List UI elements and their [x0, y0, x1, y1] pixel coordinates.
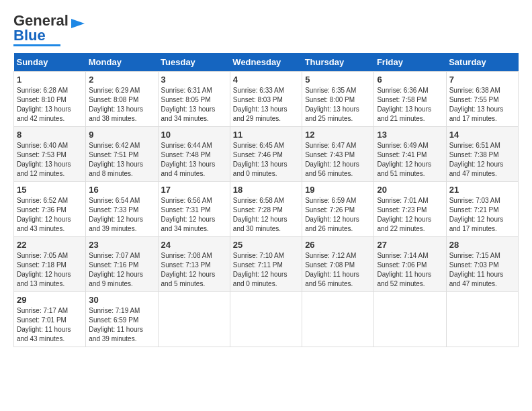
day-info: Sunrise: 7:14 AM Sunset: 7:06 PM Dayligh…: [377, 251, 443, 289]
column-header-saturday: Saturday: [446, 53, 518, 72]
day-cell: 17Sunrise: 6:56 AM Sunset: 7:31 PM Dayli…: [158, 182, 230, 237]
day-cell: 12Sunrise: 6:47 AM Sunset: 7:43 PM Dayli…: [302, 127, 374, 182]
svg-marker-0: [71, 19, 85, 28]
day-number: 3: [161, 75, 227, 85]
day-info: Sunrise: 6:45 AM Sunset: 7:46 PM Dayligh…: [233, 141, 299, 179]
day-cell: 10Sunrise: 6:44 AM Sunset: 7:48 PM Dayli…: [158, 127, 230, 182]
day-info: Sunrise: 7:03 AM Sunset: 7:21 PM Dayligh…: [449, 196, 515, 234]
day-info: Sunrise: 7:10 AM Sunset: 7:11 PM Dayligh…: [233, 251, 299, 289]
day-info: Sunrise: 6:44 AM Sunset: 7:48 PM Dayligh…: [161, 141, 227, 179]
day-number: 9: [89, 130, 154, 140]
day-info: Sunrise: 6:40 AM Sunset: 7:53 PM Dayligh…: [17, 141, 83, 179]
day-cell: 16Sunrise: 6:54 AM Sunset: 7:33 PM Dayli…: [86, 182, 158, 237]
day-info: Sunrise: 6:35 AM Sunset: 8:00 PM Dayligh…: [305, 86, 371, 124]
day-info: Sunrise: 6:56 AM Sunset: 7:31 PM Dayligh…: [161, 196, 227, 234]
logo-underline: [13, 44, 60, 46]
day-number: 18: [233, 185, 299, 195]
day-cell: 2Sunrise: 6:29 AM Sunset: 8:08 PM Daylig…: [86, 72, 158, 127]
day-info: Sunrise: 6:51 AM Sunset: 7:38 PM Dayligh…: [449, 141, 515, 179]
column-header-thursday: Thursday: [302, 53, 374, 72]
day-cell: 8Sunrise: 6:40 AM Sunset: 7:53 PM Daylig…: [14, 127, 86, 182]
day-cell: 5Sunrise: 6:35 AM Sunset: 8:00 PM Daylig…: [302, 72, 374, 127]
day-info: Sunrise: 6:29 AM Sunset: 8:08 PM Dayligh…: [89, 86, 154, 124]
day-cell: 23Sunrise: 7:07 AM Sunset: 7:16 PM Dayli…: [86, 237, 158, 292]
day-info: Sunrise: 6:33 AM Sunset: 8:03 PM Dayligh…: [233, 86, 299, 124]
day-cell: 1Sunrise: 6:28 AM Sunset: 8:10 PM Daylig…: [14, 72, 86, 127]
day-info: Sunrise: 6:49 AM Sunset: 7:41 PM Dayligh…: [377, 141, 443, 179]
week-row-3: 15Sunrise: 6:52 AM Sunset: 7:36 PM Dayli…: [14, 182, 519, 237]
day-cell: 26Sunrise: 7:12 AM Sunset: 7:08 PM Dayli…: [302, 237, 374, 292]
day-cell: [230, 292, 302, 347]
day-info: Sunrise: 7:15 AM Sunset: 7:03 PM Dayligh…: [449, 251, 515, 289]
column-header-wednesday: Wednesday: [230, 53, 302, 72]
day-cell: [302, 292, 374, 347]
day-number: 24: [161, 240, 227, 250]
day-number: 2: [89, 75, 154, 85]
day-cell: 29Sunrise: 7:17 AM Sunset: 7:01 PM Dayli…: [14, 292, 86, 347]
day-cell: 7Sunrise: 6:38 AM Sunset: 7:55 PM Daylig…: [446, 72, 518, 127]
day-number: 14: [449, 130, 515, 140]
day-number: 10: [161, 130, 227, 140]
day-cell: 20Sunrise: 7:01 AM Sunset: 7:23 PM Dayli…: [374, 182, 446, 237]
day-info: Sunrise: 7:17 AM Sunset: 7:01 PM Dayligh…: [17, 306, 83, 344]
day-number: 28: [449, 240, 515, 250]
week-row-4: 22Sunrise: 7:05 AM Sunset: 7:18 PM Dayli…: [14, 237, 519, 292]
day-number: 1: [17, 75, 83, 85]
column-header-tuesday: Tuesday: [158, 53, 230, 72]
day-info: Sunrise: 6:52 AM Sunset: 7:36 PM Dayligh…: [17, 196, 83, 234]
day-info: Sunrise: 6:38 AM Sunset: 7:55 PM Dayligh…: [449, 86, 515, 124]
day-number: 7: [449, 75, 515, 85]
day-info: Sunrise: 7:19 AM Sunset: 6:59 PM Dayligh…: [89, 306, 154, 344]
day-number: 30: [89, 295, 154, 305]
day-cell: 14Sunrise: 6:51 AM Sunset: 7:38 PM Dayli…: [446, 127, 518, 182]
day-number: 22: [17, 240, 83, 250]
day-number: 25: [233, 240, 299, 250]
week-row-5: 29Sunrise: 7:17 AM Sunset: 7:01 PM Dayli…: [14, 292, 519, 347]
day-number: 16: [89, 185, 154, 195]
day-cell: 3Sunrise: 6:31 AM Sunset: 8:05 PM Daylig…: [158, 72, 230, 127]
day-number: 26: [305, 240, 371, 250]
day-number: 17: [161, 185, 227, 195]
day-cell: 6Sunrise: 6:36 AM Sunset: 7:58 PM Daylig…: [374, 72, 446, 127]
day-cell: 28Sunrise: 7:15 AM Sunset: 7:03 PM Dayli…: [446, 237, 518, 292]
day-cell: 22Sunrise: 7:05 AM Sunset: 7:18 PM Dayli…: [14, 237, 86, 292]
calendar-table: SundayMondayTuesdayWednesdayThursdayFrid…: [13, 53, 519, 347]
column-header-sunday: Sunday: [14, 53, 86, 72]
day-info: Sunrise: 7:01 AM Sunset: 7:23 PM Dayligh…: [377, 196, 443, 234]
day-number: 12: [305, 130, 371, 140]
day-cell: [374, 292, 446, 347]
day-cell: 15Sunrise: 6:52 AM Sunset: 7:36 PM Dayli…: [14, 182, 86, 237]
day-cell: 19Sunrise: 6:59 AM Sunset: 7:26 PM Dayli…: [302, 182, 374, 237]
day-number: 5: [305, 75, 371, 85]
day-number: 23: [89, 240, 154, 250]
day-number: 6: [377, 75, 443, 85]
week-row-1: 1Sunrise: 6:28 AM Sunset: 8:10 PM Daylig…: [14, 72, 519, 127]
day-cell: 9Sunrise: 6:42 AM Sunset: 7:51 PM Daylig…: [86, 127, 158, 182]
week-row-2: 8Sunrise: 6:40 AM Sunset: 7:53 PM Daylig…: [14, 127, 519, 182]
logo: GeneralBlue: [13, 13, 86, 46]
day-info: Sunrise: 7:12 AM Sunset: 7:08 PM Dayligh…: [305, 251, 371, 289]
day-info: Sunrise: 7:08 AM Sunset: 7:13 PM Dayligh…: [161, 251, 227, 289]
day-number: 15: [17, 185, 83, 195]
logo-text: GeneralBlue: [13, 13, 69, 43]
header-row: SundayMondayTuesdayWednesdayThursdayFrid…: [14, 53, 519, 72]
day-number: 11: [233, 130, 299, 140]
day-number: 8: [17, 130, 83, 140]
page-header: GeneralBlue: [13, 13, 519, 46]
day-cell: 24Sunrise: 7:08 AM Sunset: 7:13 PM Dayli…: [158, 237, 230, 292]
day-cell: 18Sunrise: 6:58 AM Sunset: 7:28 PM Dayli…: [230, 182, 302, 237]
day-info: Sunrise: 6:59 AM Sunset: 7:26 PM Dayligh…: [305, 196, 371, 234]
day-info: Sunrise: 6:28 AM Sunset: 8:10 PM Dayligh…: [17, 86, 83, 124]
column-header-monday: Monday: [86, 53, 158, 72]
day-info: Sunrise: 7:07 AM Sunset: 7:16 PM Dayligh…: [89, 251, 154, 289]
day-info: Sunrise: 6:42 AM Sunset: 7:51 PM Dayligh…: [89, 141, 154, 179]
day-cell: 11Sunrise: 6:45 AM Sunset: 7:46 PM Dayli…: [230, 127, 302, 182]
day-cell: 21Sunrise: 7:03 AM Sunset: 7:21 PM Dayli…: [446, 182, 518, 237]
day-cell: [446, 292, 518, 347]
day-number: 13: [377, 130, 443, 140]
day-info: Sunrise: 6:47 AM Sunset: 7:43 PM Dayligh…: [305, 141, 371, 179]
logo-arrow-icon: [71, 16, 86, 31]
day-cell: [158, 292, 230, 347]
day-cell: 25Sunrise: 7:10 AM Sunset: 7:11 PM Dayli…: [230, 237, 302, 292]
day-number: 27: [377, 240, 443, 250]
